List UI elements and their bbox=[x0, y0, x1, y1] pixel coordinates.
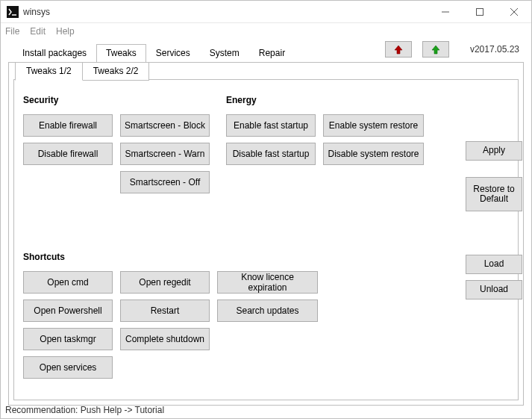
menubar: File Edit Help bbox=[1, 23, 531, 40]
unload-button[interactable]: Unload bbox=[466, 280, 522, 299]
restore-default-button[interactable]: Restore to Default bbox=[466, 177, 522, 211]
tab-tweaks[interactable]: Tweaks bbox=[96, 44, 146, 63]
open-taskmgr-button[interactable]: Open taskmgr bbox=[23, 328, 113, 350]
tab-repair[interactable]: Repair bbox=[249, 44, 295, 63]
toolbar: Install packages Tweaks Services System … bbox=[1, 40, 531, 62]
smartscreen-block-button[interactable]: Smartscreen - Block bbox=[120, 114, 210, 137]
content-area: Security Enable firewall Disable firewal… bbox=[13, 79, 519, 400]
load-button[interactable]: Load bbox=[466, 255, 522, 274]
enable-fast-startup-button[interactable]: Enable fast startup bbox=[226, 114, 316, 137]
smartscreen-warn-button[interactable]: Smartscreen - Warn bbox=[120, 143, 210, 165]
restart-button[interactable]: Restart bbox=[120, 299, 210, 322]
menu-file[interactable]: File bbox=[5, 26, 19, 37]
tab-system[interactable]: System bbox=[200, 44, 249, 63]
open-services-button[interactable]: Open services bbox=[23, 356, 113, 379]
menu-edit[interactable]: Edit bbox=[30, 26, 46, 37]
tab-tweaks-1[interactable]: Tweaks 1/2 bbox=[15, 62, 83, 81]
tab-tweaks-2[interactable]: Tweaks 2/2 bbox=[82, 62, 150, 81]
maximize-button[interactable] bbox=[463, 1, 497, 23]
terminal-icon bbox=[7, 6, 19, 18]
disable-fast-startup-button[interactable]: Disable fast startup bbox=[226, 143, 316, 165]
enable-system-restore-button[interactable]: Enable system restore bbox=[323, 114, 424, 137]
menu-help[interactable]: Help bbox=[56, 26, 75, 37]
open-cmd-button[interactable]: Open cmd bbox=[23, 271, 113, 294]
open-powershell-button[interactable]: Open Powershell bbox=[23, 299, 113, 322]
tab-install-packages[interactable]: Install packages bbox=[13, 44, 96, 63]
window-controls bbox=[428, 1, 531, 23]
arrow-buttons bbox=[385, 41, 449, 58]
section-security: Security bbox=[23, 95, 226, 105]
minimize-button[interactable] bbox=[428, 1, 463, 23]
version-label: v2017.05.23 bbox=[470, 44, 519, 55]
know-licence-expiration-button[interactable]: Know licence expiration bbox=[217, 271, 318, 294]
close-button[interactable] bbox=[497, 1, 531, 23]
enable-firewall-button[interactable]: Enable firewall bbox=[23, 114, 113, 137]
titlebar: winsys bbox=[1, 1, 531, 23]
apply-button[interactable]: Apply bbox=[466, 141, 522, 161]
search-updates-button[interactable]: Search updates bbox=[217, 299, 318, 322]
section-energy: Energy bbox=[226, 95, 424, 105]
open-regedit-button[interactable]: Open regedit bbox=[120, 271, 210, 294]
smartscreen-off-button[interactable]: Smartscreen - Off bbox=[120, 171, 210, 193]
tab-services[interactable]: Services bbox=[146, 44, 200, 63]
disable-system-restore-button[interactable]: Disable system restore bbox=[323, 143, 424, 165]
window-title: winsys bbox=[23, 7, 50, 17]
svg-rect-2 bbox=[477, 8, 484, 15]
section-shortcuts: Shortcuts bbox=[23, 252, 509, 262]
statusbar: Recommendation: Push Help -> Tutorial bbox=[5, 405, 164, 415]
complete-shutdown-button[interactable]: Complete shutdown bbox=[120, 328, 210, 350]
arrow-up-red-button[interactable] bbox=[385, 41, 412, 58]
tweaks-panel: Tweaks 1/2 Tweaks 2/2 Security Enable fi… bbox=[8, 62, 524, 406]
arrow-up-green-button[interactable] bbox=[422, 41, 449, 58]
top-tabs: Install packages Tweaks Services System … bbox=[13, 43, 295, 62]
sub-tabs: Tweaks 1/2 Tweaks 2/2 bbox=[15, 62, 148, 81]
disable-firewall-button[interactable]: Disable firewall bbox=[23, 143, 113, 165]
side-panel: Apply Restore to Default Load Unload bbox=[466, 141, 522, 299]
